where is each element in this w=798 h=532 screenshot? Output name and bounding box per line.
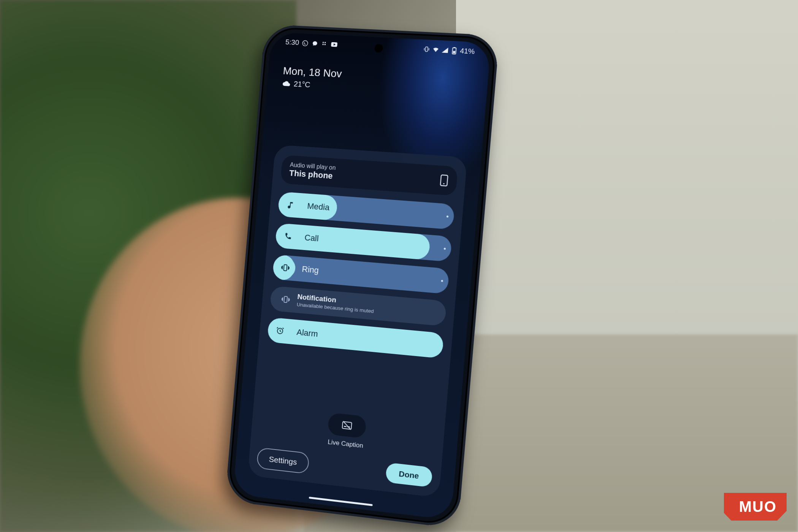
done-button[interactable]: Done [385,462,433,488]
svg-rect-12 [283,264,287,271]
battery-percent: 41% [460,47,475,56]
phone-screen: 5:30 [233,32,491,520]
svg-point-0 [302,40,308,46]
message-icon [311,40,318,47]
media-label: Media [307,201,330,212]
home-info: Mon, 18 Nov 21°C [282,65,342,91]
audio-output-row[interactable]: Audio will play on This phone [280,155,458,196]
phone-frame: 5:30 [225,24,500,529]
svg-point-11 [443,183,445,184]
caption-off-icon [341,420,353,431]
svg-rect-8 [454,47,455,48]
alarm-label: Alarm [296,327,318,339]
vibrate-icon [423,46,431,53]
volume-panel: Audio will play on This phone Media [248,145,467,498]
svg-point-2 [325,42,326,43]
vibrate-notification-icon [275,288,296,310]
youtube-icon [331,41,338,48]
svg-rect-6 [425,47,428,51]
svg-rect-9 [453,51,455,54]
live-caption-toggle[interactable] [327,413,367,439]
svg-rect-17 [347,426,350,428]
call-label: Call [304,233,319,244]
svg-point-1 [323,42,324,43]
status-bar: 5:30 [271,37,491,57]
weather-cloud-icon [282,79,291,87]
settings-button[interactable]: Settings [256,447,310,474]
svg-point-3 [322,44,324,45]
svg-point-4 [324,44,326,45]
gesture-bar[interactable] [309,497,373,506]
wifi-icon [432,46,440,53]
home-date: Mon, 18 Nov [283,65,342,80]
call-volume-slider[interactable]: Call [275,223,452,262]
battery-icon [450,47,458,54]
whatsapp-icon [302,40,309,47]
muo-watermark: MUO [724,493,787,521]
media-volume-slider[interactable]: Media [277,192,455,230]
signal-icon [441,46,449,54]
phone-device-icon [439,174,449,187]
home-temp: 21°C [293,80,310,89]
svg-rect-10 [440,175,448,186]
home-weather: 21°C [282,79,341,91]
status-time: 5:30 [285,38,299,47]
app-dots-icon [321,41,328,48]
ring-label: Ring [302,264,319,275]
svg-rect-13 [284,296,287,302]
svg-rect-16 [344,426,347,427]
